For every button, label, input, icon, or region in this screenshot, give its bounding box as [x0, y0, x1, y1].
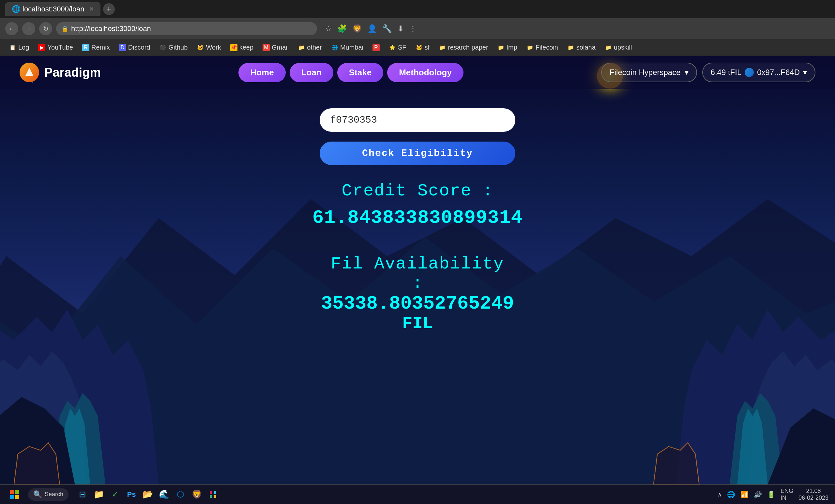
search-magnifier-icon: 🔍: [33, 490, 42, 499]
extensions-icon[interactable]: 🧩: [337, 24, 347, 33]
bookmark-solana-label: solana: [576, 44, 596, 51]
bookmark-github[interactable]: ⚫ Github: [155, 42, 191, 53]
bookmark-imp[interactable]: 📁 Imp: [493, 42, 521, 53]
bookmark-youtube-label: YouTube: [47, 44, 73, 51]
github-icon: ⚫: [159, 44, 166, 51]
bookmark-r[interactable]: R: [369, 42, 384, 53]
svg-rect-55: [210, 491, 212, 494]
bookmark-discord[interactable]: D Discord: [115, 42, 154, 53]
discord-icon: D: [119, 44, 126, 51]
sf2-icon: 🐱: [415, 44, 423, 51]
volume-icon[interactable]: 🔊: [754, 491, 762, 499]
bookmark-filecoin-label: Filecoin: [535, 44, 558, 51]
main-content: f0730353 Check Eligibility Credit Score …: [0, 89, 835, 334]
nav-icons: ☆ 🧩 🦁 👤 🔧 ⬇ ⋮: [325, 24, 417, 33]
methodology-nav-button[interactable]: Methodology: [387, 63, 464, 82]
nav-bar: ← → ↻ 🔒 http://localhost:3000/loan ☆ 🧩 🦁…: [0, 18, 835, 39]
work-icon: 🐱: [197, 44, 204, 51]
back-button[interactable]: ←: [5, 22, 18, 35]
check-eligibility-button[interactable]: Check Eligibility: [320, 142, 515, 165]
credit-score-label: Credit Score :: [342, 181, 493, 201]
bookmark-mumbai[interactable]: 🌐 Mumbai: [327, 42, 367, 53]
bookmark-solana[interactable]: 📁 solana: [563, 42, 599, 53]
brave-taskbar-button[interactable]: 🦁: [189, 487, 204, 502]
bookmark-youtube[interactable]: ▶ YouTube: [34, 42, 77, 53]
wallet-address: 0x97...F64D: [757, 68, 800, 77]
vscode-button[interactable]: ⬡: [173, 487, 188, 502]
checkmark-app-button[interactable]: ✓: [108, 487, 123, 502]
bookmark-gmail-label: Gmail: [272, 44, 289, 51]
solana-icon: 📁: [567, 44, 574, 51]
puzzle-icon[interactable]: 🔧: [382, 24, 392, 33]
menu-icon[interactable]: ⋮: [409, 24, 417, 33]
wifi-icon[interactable]: 📶: [740, 491, 749, 499]
bookmark-gmail[interactable]: M Gmail: [259, 42, 292, 53]
bookmark-work-label: Work: [206, 44, 221, 51]
app-navbar: Paradigm Home Loan Stake Methodology Fil…: [0, 56, 835, 89]
bookmark-sf2[interactable]: 🐱 sf: [412, 42, 434, 53]
credit-score-value: 61.843833830899314: [312, 207, 523, 228]
mumbai-icon: 🌐: [331, 44, 338, 51]
svg-rect-51: [10, 490, 14, 494]
taskbar-apps: ⊟ 📁 ✓ Ps 📂 🌊 ⬡ 🦁: [75, 487, 221, 502]
fil-availability-section: Fil Availability : 35338.80352765249 FIL: [321, 245, 514, 334]
bookmark-sf[interactable]: ⭐ SF: [385, 42, 410, 53]
wallet-avatar: [745, 68, 754, 77]
active-tab[interactable]: 🌐 localhost:3000/loan ✕: [5, 2, 100, 16]
bookmark-mumbai-label: Mumbai: [340, 44, 363, 51]
forward-button[interactable]: →: [22, 22, 35, 35]
download-icon[interactable]: ⬇: [397, 24, 404, 33]
photoshop-button[interactable]: Ps: [124, 487, 139, 502]
bookmark-upskill-label: upskill: [614, 44, 632, 51]
bookmark-work[interactable]: 🐱 Work: [193, 42, 225, 53]
network-selector[interactable]: Filecoin Hyperspace ▾: [601, 63, 697, 82]
folder-button[interactable]: 📂: [140, 487, 155, 502]
brave-icon[interactable]: 🦁: [352, 24, 362, 33]
bookmark-sf2-label: sf: [425, 44, 430, 51]
start-button[interactable]: [6, 487, 23, 502]
bookmark-log[interactable]: 📋 Log: [5, 42, 33, 53]
profile-icon[interactable]: 👤: [367, 24, 377, 33]
bookmark-filecoin[interactable]: 📁 Filecoin: [523, 42, 562, 53]
bookmark-research[interactable]: 📁 resarch paper: [435, 42, 492, 53]
bookmark-upskill[interactable]: 📁 upskill: [601, 42, 636, 53]
address-bar[interactable]: 🔒 http://localhost:3000/loan: [56, 22, 317, 35]
home-nav-button[interactable]: Home: [239, 63, 285, 82]
wallet-button[interactable]: 6.49 tFIL 0x97...F64D ▾: [702, 63, 815, 82]
taskbar-time[interactable]: 21:08 06-02-2023: [798, 488, 829, 501]
loan-nav-button[interactable]: Loan: [290, 63, 333, 82]
task-view-button[interactable]: ⊟: [75, 487, 90, 502]
bookmark-keep[interactable]: 📌 keep: [226, 42, 257, 53]
network-status-icon[interactable]: 🌐: [727, 491, 735, 499]
remix-icon: R: [82, 44, 89, 51]
battery-icon[interactable]: 🔋: [767, 491, 775, 499]
browser-chrome: 🌐 localhost:3000/loan ✕ + ← → ↻ 🔒 http:/…: [0, 0, 835, 56]
wallet-area: Filecoin Hyperspace ▾ 6.49 tFIL 0x97...F…: [601, 63, 815, 82]
bookmark-icon[interactable]: ☆: [325, 24, 332, 33]
slack-button[interactable]: [205, 487, 221, 502]
network-label: Filecoin Hyperspace: [610, 68, 680, 77]
stake-nav-button[interactable]: Stake: [337, 63, 383, 82]
youtube-icon: ▶: [38, 44, 45, 51]
taskbar-up-arrow-icon[interactable]: ∧: [718, 491, 722, 498]
gmail-icon: M: [263, 44, 270, 51]
new-tab-button[interactable]: +: [103, 3, 115, 15]
bookmark-discord-label: Discord: [128, 44, 150, 51]
svg-rect-52: [15, 490, 19, 494]
svg-rect-58: [213, 495, 216, 498]
miner-id-input[interactable]: f0730353: [320, 108, 515, 132]
language-label: ENG IN: [780, 488, 793, 501]
edge-button[interactable]: 🌊: [157, 487, 171, 502]
fil-availability-label: Fil Availability: [321, 255, 514, 274]
chevron-down-icon: ▾: [685, 68, 689, 77]
taskbar-search-label: Search: [45, 491, 63, 498]
bookmark-github-label: Github: [168, 44, 187, 51]
bookmark-other[interactable]: 📁 other: [294, 42, 326, 53]
fil-value: 35338.80352765249: [321, 293, 514, 314]
bookmark-remix[interactable]: R Remix: [78, 42, 114, 53]
file-explorer-button[interactable]: 📁: [91, 487, 106, 502]
taskbar-search[interactable]: 🔍 Search: [28, 488, 68, 501]
refresh-button[interactable]: ↻: [39, 22, 52, 35]
tab-close[interactable]: ✕: [89, 5, 94, 13]
bookmark-research-label: resarch paper: [448, 44, 488, 51]
